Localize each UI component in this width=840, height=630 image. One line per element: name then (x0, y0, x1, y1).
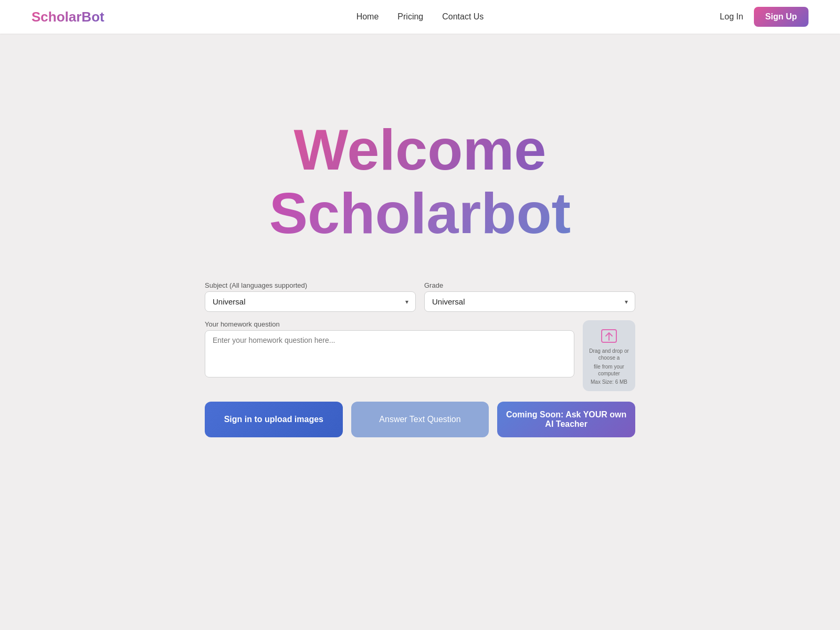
question-label: Your homework question (205, 320, 574, 328)
logo[interactable]: ScholarBot (32, 9, 104, 25)
form-container: Subject (All languages supported) Univer… (205, 281, 635, 437)
grade-label: Grade (424, 281, 635, 289)
grade-select[interactable]: Universal (424, 291, 635, 312)
login-button[interactable]: Log In (720, 12, 743, 22)
buttons-row: Sign in to upload images Answer Text Que… (205, 402, 635, 437)
nav-contact[interactable]: Contact Us (442, 12, 484, 22)
answer-text-button[interactable]: Answer Text Question (351, 402, 489, 437)
header-actions: Log In Sign Up (720, 7, 808, 27)
hero-title: Welcome Scholarbot (269, 118, 571, 245)
upload-description-2: file from your computer (587, 363, 631, 377)
grade-group: Grade Universal ▾ (424, 281, 635, 312)
question-textarea[interactable] (205, 330, 574, 377)
main-nav: Home Pricing Contact Us (356, 12, 484, 22)
signup-button[interactable]: Sign Up (754, 7, 808, 27)
hero-welcome-text: Welcome (269, 118, 571, 181)
coming-soon-button[interactable]: Coming Soon: Ask YOUR own AI Teacher (497, 402, 635, 437)
upload-max-size: Max Size: 6 MB (591, 379, 627, 385)
subject-label: Subject (All languages supported) (205, 281, 416, 289)
hero-scholarbot-text: Scholarbot (269, 181, 571, 245)
subject-select-wrapper: Universal ▾ (205, 291, 416, 312)
nav-home[interactable]: Home (356, 12, 379, 22)
question-upload-row: Your homework question Drag and drop or … (205, 320, 635, 391)
header: ScholarBot Home Pricing Contact Us Log I… (0, 0, 840, 34)
sign-in-upload-button[interactable]: Sign in to upload images (205, 402, 343, 437)
question-group: Your homework question (205, 320, 574, 391)
main-content: Welcome Scholarbot Subject (All language… (0, 34, 840, 437)
upload-description: Drag and drop or choose a (587, 348, 631, 361)
selects-row: Subject (All languages supported) Univer… (205, 281, 635, 312)
grade-select-wrapper: Universal ▾ (424, 291, 635, 312)
subject-group: Subject (All languages supported) Univer… (205, 281, 416, 312)
upload-box[interactable]: Drag and drop or choose a file from your… (583, 320, 635, 391)
upload-icon (600, 327, 618, 345)
subject-select[interactable]: Universal (205, 291, 416, 312)
nav-pricing[interactable]: Pricing (397, 12, 423, 22)
